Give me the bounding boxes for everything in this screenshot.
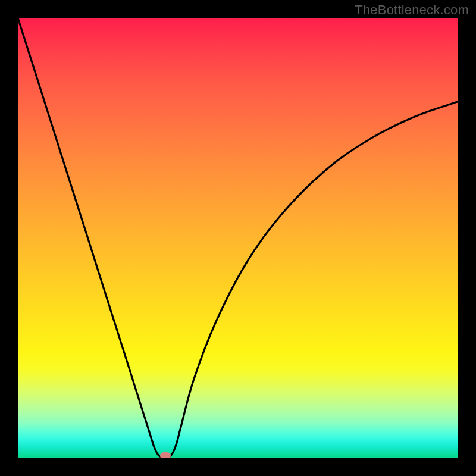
bottleneck-curve: [18, 18, 458, 458]
chart-frame: TheBottleneck.com: [0, 0, 476, 476]
watermark-text: TheBottleneck.com: [355, 2, 469, 18]
optimum-marker: [160, 452, 171, 458]
plot-area: [18, 18, 458, 458]
